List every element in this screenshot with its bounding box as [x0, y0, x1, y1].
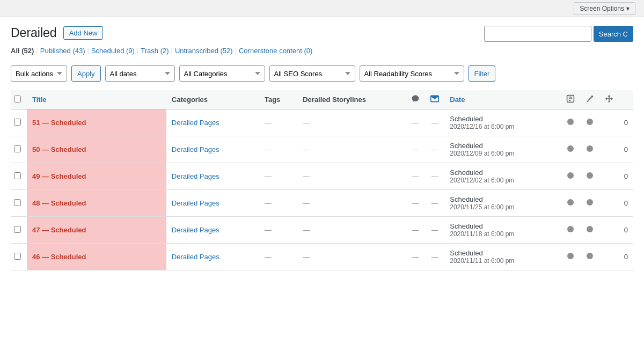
category-cell: Derailed Pages [166, 190, 259, 217]
filter-link-scheduled[interactable]: Scheduled (9) [91, 47, 135, 55]
category-link[interactable]: Derailed Pages [172, 145, 219, 153]
edit-dot [587, 172, 593, 179]
chat-cell: — [425, 109, 444, 136]
table-row: 49 — Scheduled Derailed Pages — — — — Sc… [11, 163, 633, 190]
title-column-header[interactable]: Title [27, 90, 166, 109]
tags-cell: — [259, 244, 297, 270]
search-input[interactable] [484, 26, 591, 42]
row-checkbox-cell [11, 163, 27, 190]
apply-button[interactable]: Apply [71, 65, 101, 82]
row-checkbox[interactable] [14, 119, 21, 126]
storylines-value: — [303, 253, 310, 261]
categories-column-header: Categories [166, 90, 259, 109]
edit-dot [587, 199, 593, 206]
move-dot-cell [599, 217, 619, 244]
add-new-button[interactable]: Add New [63, 26, 104, 40]
move-column-header [599, 90, 619, 109]
storylines-value: — [303, 172, 310, 180]
date-sort-link[interactable]: Date [450, 96, 465, 104]
edit-dot-cell [580, 217, 599, 244]
comments-cell: — [406, 109, 425, 136]
move-dot-cell [599, 163, 619, 190]
date-status: Scheduled [450, 195, 555, 203]
comments-cell: — [406, 136, 425, 163]
search-button[interactable]: Search C [594, 26, 633, 42]
move-dot-cell [599, 190, 619, 217]
filter-link-published[interactable]: Published (43) [40, 47, 85, 55]
category-link[interactable]: Derailed Pages [172, 253, 219, 261]
count-value: 0 [624, 199, 628, 207]
seo-dot-cell [561, 217, 580, 244]
date-value: 2020/12/02 at 6:00 pm [450, 177, 555, 184]
comments-cell: — [406, 190, 425, 217]
row-checkbox-cell [11, 136, 27, 163]
date-cell: Scheduled 2020/11/25 at 6:00 pm [444, 190, 561, 217]
comments-value: — [412, 145, 419, 153]
date-cell: Scheduled 2020/12/09 at 6:00 pm [444, 136, 561, 163]
date-status: Scheduled [450, 115, 555, 123]
all-categories-select[interactable]: All Categories [179, 65, 265, 82]
row-checkbox[interactable] [14, 253, 21, 260]
row-checkbox[interactable] [14, 226, 21, 233]
screen-options-label: Screen Options [580, 5, 624, 12]
table-row: 48 — Scheduled Derailed Pages — — — — Sc… [11, 190, 633, 217]
category-link[interactable]: Derailed Pages [172, 172, 219, 180]
tags-value: — [265, 145, 272, 153]
edit-dot-cell [580, 109, 599, 136]
comments-value: — [412, 119, 419, 127]
storylines-value: — [303, 119, 310, 127]
date-column-header[interactable]: Date [444, 90, 561, 109]
filter-link-all[interactable]: All (52) [11, 47, 34, 55]
tags-cell: — [259, 217, 297, 244]
title-cell: 51 — Scheduled [27, 109, 166, 136]
row-checkbox[interactable] [14, 172, 21, 179]
select-all-checkbox[interactable] [14, 96, 21, 102]
table-row: 47 — Scheduled Derailed Pages — — — — Sc… [11, 217, 633, 244]
category-link[interactable]: Derailed Pages [172, 199, 219, 207]
bulk-actions-select[interactable]: Bulk actions [11, 65, 67, 82]
move-icon [605, 94, 613, 103]
seo-dot [567, 119, 574, 125]
all-dates-select[interactable]: All dates [105, 65, 175, 82]
title-cell: 48 — Scheduled [27, 190, 166, 217]
pencil-icon [586, 94, 594, 103]
chat-value: — [431, 226, 438, 234]
filter-link-cornerstone[interactable]: Cornerstone content (0) [239, 47, 312, 55]
post-title: 51 — Scheduled [32, 119, 86, 127]
category-cell: Derailed Pages [166, 136, 259, 163]
row-checkbox-cell [11, 244, 27, 270]
category-link[interactable]: Derailed Pages [172, 119, 219, 127]
post-title: 46 — Scheduled [32, 253, 86, 261]
row-checkbox[interactable] [14, 199, 21, 206]
posts-table: Title Categories Tags Derailed Storyline… [11, 90, 633, 270]
row-checkbox[interactable] [14, 145, 21, 152]
chat-column-header [425, 90, 444, 109]
seo-dot [567, 226, 574, 232]
screen-options-button[interactable]: Screen Options ▾ [574, 2, 635, 15]
count-cell: 0 [619, 190, 633, 217]
seo-dot [567, 172, 574, 179]
category-cell: Derailed Pages [166, 244, 259, 270]
seo-dot-cell [561, 163, 580, 190]
post-title: 50 — Scheduled [32, 145, 86, 153]
count-column-header [619, 90, 633, 109]
filter-link-trash[interactable]: Trash (2) [141, 47, 169, 55]
chat-cell: — [425, 163, 444, 190]
post-title: 48 — Scheduled [32, 199, 86, 207]
category-link[interactable]: Derailed Pages [172, 226, 219, 234]
seo-dot [567, 253, 574, 259]
chat-value: — [431, 119, 438, 127]
comments-cell: — [406, 244, 425, 270]
title-sort-link[interactable]: Title [32, 96, 47, 104]
tags-value: — [265, 119, 272, 127]
date-cell: Scheduled 2020/12/02 at 6:00 pm [444, 163, 561, 190]
filter-button[interactable]: Filter [469, 65, 496, 82]
post-title: 49 — Scheduled [32, 172, 86, 180]
count-cell: 0 [619, 244, 633, 270]
edit-dot [587, 145, 593, 152]
all-readability-select[interactable]: All Readability Scores [360, 65, 464, 82]
tags-value: — [265, 253, 272, 261]
filter-link-untranscribed[interactable]: Untranscribed (52) [175, 47, 233, 55]
chat-cell: — [425, 136, 444, 163]
all-seo-select[interactable]: All SEO Scores [269, 65, 355, 82]
